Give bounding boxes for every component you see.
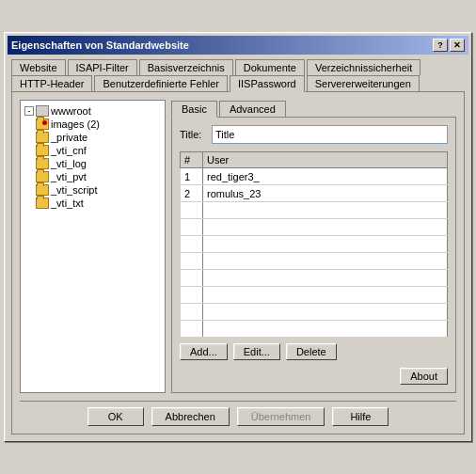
table-row[interactable]: 2 romulus_23 — [181, 185, 448, 202]
folder-pvt-icon — [36, 171, 49, 182]
table-buttons: Add... Edit... Delete — [180, 343, 448, 360]
table-row-empty — [181, 219, 448, 236]
edit-button[interactable]: Edit... — [233, 343, 280, 360]
main-content: - wwwroot images (2) _private — [20, 100, 456, 393]
folder-private-icon — [36, 132, 49, 143]
bottom-buttons: OK Abbrechen Übernehmen Hilfe — [20, 401, 456, 426]
tabs-row-1: Website ISAPI-Filter Basisverzeichnis Do… — [11, 58, 465, 74]
tree-item-label: images (2) — [51, 118, 100, 130]
folder-log-icon — [36, 158, 49, 169]
tree-item-label: _vti_txt — [51, 198, 84, 209]
folder-cnf-icon — [36, 145, 49, 156]
tree-item-images[interactable]: images (2) — [24, 118, 161, 131]
help-button-bottom[interactable]: Hilfe — [332, 407, 389, 426]
folder-script-icon — [36, 184, 49, 196]
computer-icon — [36, 105, 49, 117]
inner-panel: Title: # User — [171, 117, 456, 393]
tab-website[interactable]: Website — [11, 59, 66, 75]
tree-item-label: _vti_cnf — [51, 145, 87, 156]
add-button[interactable]: Add... — [180, 343, 228, 360]
tree-item-pvt[interactable]: _vti_pvt — [24, 170, 161, 183]
inner-tabs: Basic Advanced — [171, 100, 456, 117]
col-num-header: # — [181, 152, 203, 168]
tab-fehler[interactable]: Benutzerdefinierte Fehler — [94, 75, 228, 92]
table-row-empty — [181, 253, 448, 270]
folder-txt-icon — [36, 198, 49, 209]
tree-item-label: _vti_script — [51, 184, 98, 196]
table-row-empty — [181, 236, 448, 253]
tab-basisverzeichnis[interactable]: Basisverzeichnis — [139, 59, 233, 75]
table-row-empty — [181, 270, 448, 287]
tab-http[interactable]: HTTP-Header — [11, 75, 92, 92]
tree-item-label: _vti_pvt — [51, 171, 87, 182]
tree-item-label: _vti_log — [51, 158, 87, 169]
table-row-empty — [181, 202, 448, 219]
window-title: Eigenschaften von Standardwebsite — [11, 40, 189, 51]
table-row-empty — [181, 304, 448, 321]
ok-button[interactable]: OK — [87, 407, 144, 426]
tree-item-txt[interactable]: _vti_txt — [24, 197, 161, 210]
row1-user: red_tiger3_ — [203, 168, 448, 185]
tab-dokumente[interactable]: Dokumente — [235, 59, 305, 75]
about-button[interactable]: About — [400, 368, 448, 385]
row2-num: 2 — [181, 185, 203, 202]
tab-iispassword[interactable]: IISPassword — [230, 75, 305, 92]
table-row[interactable]: 1 red_tiger3_ — [181, 168, 448, 185]
tree-item-script[interactable]: _vti_script — [24, 183, 161, 197]
table-row-empty — [181, 321, 448, 338]
main-window: Eigenschaften von Standardwebsite ? ✕ We… — [4, 32, 472, 442]
title-bar-buttons: ? ✕ — [433, 39, 465, 52]
cancel-button[interactable]: Abbrechen — [151, 407, 230, 426]
tree-root-label: wwwroot — [51, 105, 91, 117]
tab-verzeichnis[interactable]: Verzeichnissicherheit — [307, 59, 420, 75]
tab-advanced[interactable]: Advanced — [219, 101, 286, 118]
tab-panel: - wwwroot images (2) _private — [11, 91, 465, 434]
tree-panel: - wwwroot images (2) _private — [20, 100, 166, 393]
right-panel: Basic Advanced Title: — [171, 100, 456, 393]
about-button-container: About — [180, 368, 448, 385]
tab-basic[interactable]: Basic — [171, 101, 217, 118]
delete-button[interactable]: Delete — [286, 343, 337, 360]
row1-num: 1 — [181, 168, 203, 185]
tabs-row-2: HTTP-Header Benutzerdefinierte Fehler II… — [11, 74, 465, 91]
title-input[interactable] — [212, 125, 448, 144]
title-label: Title: — [180, 129, 206, 140]
expand-root-icon[interactable]: - — [24, 106, 34, 116]
row2-user: romulus_23 — [203, 185, 448, 202]
table-row-empty — [181, 287, 448, 304]
user-table: # User 1 red_tiger3_ 2 — [180, 151, 448, 338]
tree-item-private[interactable]: _private — [24, 131, 161, 144]
title-bar: Eigenschaften von Standardwebsite ? ✕ — [8, 36, 468, 55]
tab-server[interactable]: Servererweiterungen — [307, 75, 420, 92]
close-button[interactable]: ✕ — [450, 39, 465, 52]
tab-isapi[interactable]: ISAPI-Filter — [68, 59, 137, 75]
tree-root[interactable]: - wwwroot — [24, 104, 161, 118]
help-button[interactable]: ? — [433, 39, 448, 52]
tree-item-cnf[interactable]: _vti_cnf — [24, 144, 161, 157]
tree-item-log[interactable]: _vti_log — [24, 157, 161, 170]
folder-images-icon — [36, 118, 49, 130]
col-user-header: User — [203, 152, 448, 168]
apply-button[interactable]: Übernehmen — [237, 407, 325, 426]
tree-item-label: _private — [51, 132, 87, 143]
window-content: Website ISAPI-Filter Basisverzeichnis Do… — [8, 55, 468, 438]
title-row: Title: — [180, 125, 448, 144]
